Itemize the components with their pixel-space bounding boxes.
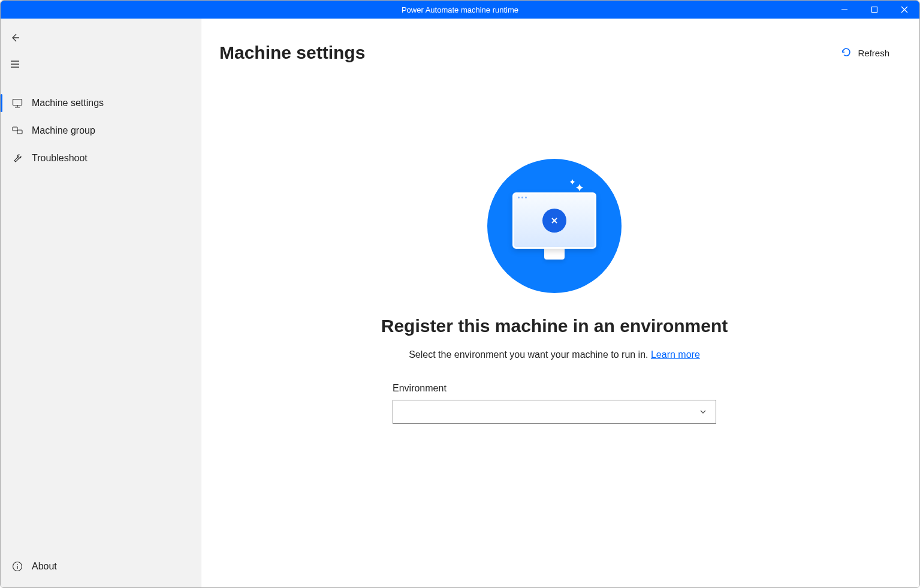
back-button[interactable] [1, 25, 29, 51]
sidebar-item-label: Machine settings [32, 98, 104, 108]
svg-rect-11 [13, 127, 17, 131]
learn-more-link[interactable]: Learn more [651, 349, 700, 360]
svg-rect-8 [13, 99, 22, 105]
sidebar-item-label: Troubleshoot [32, 153, 88, 164]
group-icon [11, 125, 23, 137]
window-controls [829, 1, 919, 19]
main: Machine settings Refresh [201, 19, 919, 587]
wrench-icon [11, 152, 23, 164]
environment-select[interactable] [393, 400, 716, 424]
info-icon [11, 560, 23, 572]
hero-heading: Register this machine in an environment [381, 316, 728, 336]
maximize-button[interactable] [859, 1, 889, 19]
page-title: Machine settings [219, 43, 365, 63]
sidebar-item-about[interactable]: About [1, 553, 201, 580]
hero: Register this machine in an environment … [219, 159, 889, 424]
sidebar-footer: About [1, 553, 201, 587]
main-header: Machine settings Refresh [219, 43, 889, 63]
sidebar-item-machine-settings[interactable]: Machine settings [1, 89, 201, 117]
monitor-icon [11, 97, 23, 109]
x-circle-icon [542, 209, 566, 233]
sidebar-item-troubleshoot[interactable]: Troubleshoot [1, 144, 201, 172]
monitor-illustration [512, 192, 596, 260]
hero-subtext: Select the environment you want your mac… [409, 349, 700, 360]
close-button[interactable] [889, 1, 919, 19]
window-title: Power Automate machine runtime [402, 5, 518, 14]
environment-form: Environment [393, 383, 716, 424]
nav: Machine settings Machine group Troublesh… [1, 89, 201, 172]
hero-illustration [487, 159, 622, 293]
svg-point-15 [17, 564, 18, 565]
refresh-icon [841, 47, 852, 59]
minimize-button[interactable] [829, 1, 859, 19]
chevron-down-icon [699, 408, 707, 416]
hamburger-button[interactable] [1, 51, 29, 77]
titlebar: Power Automate machine runtime [1, 1, 919, 19]
sidebar-item-label: Machine group [32, 125, 95, 136]
sidebar: Machine settings Machine group Troublesh… [1, 19, 201, 587]
sidebar-item-machine-group[interactable]: Machine group [1, 117, 201, 144]
app-body: Machine settings Machine group Troublesh… [1, 19, 919, 587]
environment-label: Environment [393, 383, 716, 394]
refresh-label: Refresh [858, 48, 889, 58]
refresh-button[interactable]: Refresh [841, 47, 889, 59]
svg-rect-1 [872, 7, 877, 13]
sidebar-item-label: About [32, 561, 57, 572]
svg-rect-12 [17, 130, 22, 134]
